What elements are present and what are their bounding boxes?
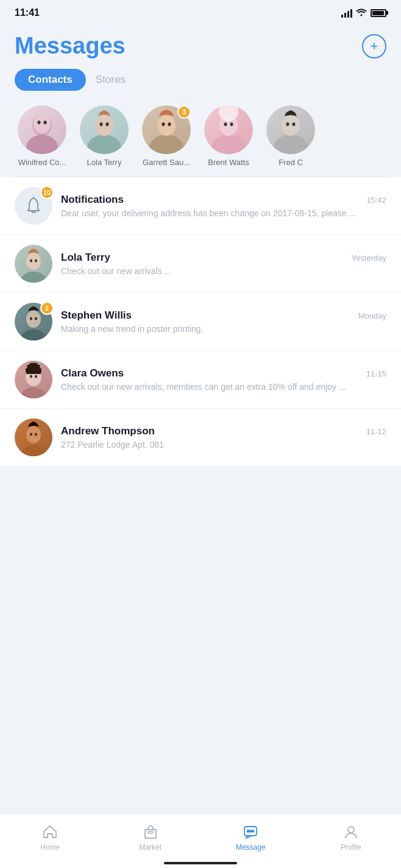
svg-point-24 [26,253,41,270]
svg-point-36 [26,426,41,443]
tab-contacts[interactable]: Contacts [15,69,86,91]
signal-icon [341,8,352,18]
svg-point-30 [35,317,37,320]
story-row: Winifred Co... Lola Terry [0,101,401,177]
battery-icon [371,9,386,17]
message-item-andrew[interactable]: Andrew Thompson 11-12 272 Pearlie Lodge … [0,409,401,467]
nav-message-label: Message [236,843,266,852]
lola-time: Yesterday [352,253,386,263]
andrew-time: 11-12 [366,427,386,436]
story-item-brent[interactable]: Brent Watts [201,105,256,167]
story-name-brent: Brent Watts [208,158,249,167]
page-title: Messages [15,33,126,59]
lola-name: Lola Terry [61,252,110,264]
message-item-notifications[interactable]: 10 Notifications 15:42 Dear user, your d… [0,177,401,235]
svg-point-8 [106,122,109,126]
story-name-garrett: Garrett Sau... [143,158,190,167]
story-item-fred[interactable]: Fred C [263,105,318,167]
story-avatar-brent [204,105,253,154]
story-badge-garrett: 3 [177,105,191,119]
story-avatar-lola [80,105,129,154]
message-item-stephen[interactable]: 2 Stephen Willis Monday Making a new tre… [0,293,401,351]
home-indicator [164,862,237,864]
message-item-lola[interactable]: Lola Terry Yesterday Check out our new a… [0,235,401,293]
stephen-preview: Making a new trend in poster printing. [61,324,386,334]
svg-point-10 [157,115,176,136]
nav-profile[interactable]: Profile [333,824,369,852]
nav-market-label: Market [139,843,161,852]
story-avatar-fred [266,105,315,154]
svg-rect-39 [145,830,156,838]
svg-point-37 [30,433,32,436]
svg-point-35 [20,445,47,456]
avatar-clara [15,361,52,398]
svg-point-33 [30,375,32,378]
svg-point-9 [149,135,183,154]
svg-point-27 [20,330,47,340]
svg-point-29 [30,317,32,320]
svg-point-45 [348,827,354,833]
svg-point-38 [35,433,37,436]
clara-preview: Check out our new arrivals, members can … [61,382,386,392]
story-avatar-winifred [18,105,66,154]
svg-point-7 [100,122,103,126]
avatar-andrew [15,418,52,456]
clara-name: Clara Owens [61,367,124,379]
svg-point-11 [162,122,165,126]
svg-point-4 [44,121,47,124]
home-icon [41,824,59,841]
nav-profile-label: Profile [341,843,361,852]
story-name-lola: Lola Terry [87,158,122,167]
svg-point-34 [35,375,37,378]
market-icon [142,824,159,841]
header: Messages + [0,23,401,64]
svg-point-31 [20,387,47,398]
stephen-badge: 2 [40,302,54,315]
avatar-stephen: 2 [15,303,52,340]
svg-point-6 [95,115,113,136]
story-item-winifred[interactable]: Winifred Co... [15,105,69,167]
svg-point-15 [224,122,227,126]
lola-preview: Check out our new arrivals ... [61,266,386,276]
stephen-name: Stephen Willis [61,309,132,322]
svg-point-28 [26,311,41,328]
notification-badge: 10 [40,186,54,199]
avatar-lola [15,245,52,283]
andrew-preview: 272 Pearlie Lodge Apt. 081 [61,440,386,450]
svg-point-44 [252,830,254,832]
svg-point-3 [38,121,41,124]
tab-stores[interactable]: Stores [96,74,126,86]
svg-point-43 [250,830,252,832]
bottom-nav: Home Market Message [0,813,401,868]
nav-market[interactable]: Market [132,824,169,852]
nav-home[interactable]: Home [32,824,68,852]
svg-point-12 [168,122,171,126]
nav-home-label: Home [40,843,60,852]
svg-point-19 [282,115,300,136]
svg-point-26 [35,259,37,263]
status-bar: 11:41 [0,0,401,23]
message-icon [242,824,259,841]
svg-point-21 [293,122,296,126]
svg-point-1 [26,135,58,154]
svg-point-5 [87,135,121,154]
message-list: 10 Notifications 15:42 Dear user, your d… [0,177,401,467]
svg-point-42 [247,830,249,832]
svg-rect-40 [148,831,153,833]
avatar-notifications: 10 [15,187,52,225]
story-item-lola[interactable]: Lola Terry [77,105,132,167]
add-message-button[interactable]: + [362,34,386,58]
status-time: 11:41 [15,7,40,18]
status-icons [341,8,386,18]
message-item-clara[interactable]: Clara Owens 11-15 Check out our new arri… [0,351,401,409]
nav-message[interactable]: Message [232,824,269,852]
stephen-time: Monday [358,311,386,320]
notification-preview: Dear user, your delivering address has b… [61,208,386,218]
svg-point-16 [230,122,233,126]
story-item-garrett[interactable]: 3 Garrett Sau... [139,105,194,167]
story-name-fred: Fred C [279,158,303,167]
svg-point-25 [30,259,32,263]
wifi-icon [356,8,367,18]
story-name-winifred: Winifred Co... [18,158,66,167]
profile-icon [342,824,360,841]
